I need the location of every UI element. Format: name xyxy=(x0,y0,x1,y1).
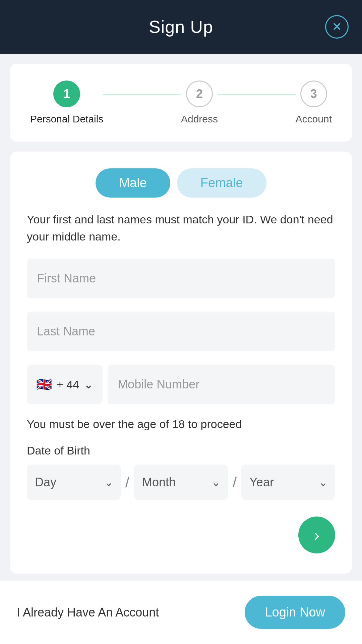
step-2: 2 Address xyxy=(181,80,218,125)
gender-toggle: Male Female xyxy=(27,168,335,198)
year-select-wrap: Year ⌄ xyxy=(241,465,335,500)
first-name-input[interactable] xyxy=(27,259,335,298)
dob-separator-2: / xyxy=(231,474,238,491)
step-line-2 xyxy=(218,94,296,95)
page-title: Sign Up xyxy=(149,17,213,37)
step-3-label: Account xyxy=(296,113,332,125)
login-now-button[interactable]: Login Now xyxy=(245,596,345,629)
year-select[interactable]: Year xyxy=(241,465,335,500)
bottom-bar: I Already Have An Account Login Now xyxy=(0,581,362,644)
dob-separator-1: / xyxy=(124,474,131,491)
age-warning-text: You must be over the age of 18 to procee… xyxy=(27,418,335,431)
female-button[interactable]: Female xyxy=(177,168,266,198)
next-button-row: › xyxy=(27,517,335,553)
chevron-down-icon: ⌄ xyxy=(84,378,93,391)
mobile-number-input[interactable] xyxy=(108,365,335,404)
step-line-1 xyxy=(103,94,181,95)
phone-row: 🇬🇧 + 44 ⌄ xyxy=(27,365,335,404)
step-2-circle: 2 xyxy=(186,80,213,107)
male-button[interactable]: Male xyxy=(96,168,170,198)
form-card: Male Female Your first and last names mu… xyxy=(10,152,352,574)
step-3-circle: 3 xyxy=(300,80,327,107)
phone-code-text: + 44 xyxy=(57,378,79,391)
dob-label: Date of Birth xyxy=(27,444,335,457)
header: Sign Up ✕ xyxy=(0,0,362,54)
month-select-wrap: Month ⌄ xyxy=(134,465,228,500)
stepper-card: 1 Personal Details 2 Address 3 Account xyxy=(10,64,352,142)
step-2-label: Address xyxy=(181,113,218,125)
already-have-account-text: I Already Have An Account xyxy=(17,605,159,620)
step-1-circle: 1 xyxy=(53,80,80,107)
close-button[interactable]: ✕ xyxy=(325,15,349,39)
dob-selects: Day ⌄ / Month ⌄ / Year ⌄ xyxy=(27,465,335,500)
flag-icon: 🇬🇧 xyxy=(36,377,52,392)
main-content: 1 Personal Details 2 Address 3 Account xyxy=(0,54,362,581)
step-1-label: Personal Details xyxy=(30,113,103,125)
name-info-text: Your first and last names must match you… xyxy=(27,211,335,245)
stepper: 1 Personal Details 2 Address 3 Account xyxy=(30,80,332,125)
phone-code-button[interactable]: 🇬🇧 + 44 ⌄ xyxy=(27,365,103,404)
step-3: 3 Account xyxy=(296,80,332,125)
dob-section: Date of Birth Day ⌄ / Month ⌄ / xyxy=(27,444,335,500)
day-select[interactable]: Day xyxy=(27,465,121,500)
chevron-right-icon: › xyxy=(314,525,320,545)
month-select[interactable]: Month xyxy=(134,465,228,500)
last-name-input[interactable] xyxy=(27,312,335,351)
day-select-wrap: Day ⌄ xyxy=(27,465,121,500)
next-button[interactable]: › xyxy=(298,517,335,553)
step-1: 1 Personal Details xyxy=(30,80,103,125)
